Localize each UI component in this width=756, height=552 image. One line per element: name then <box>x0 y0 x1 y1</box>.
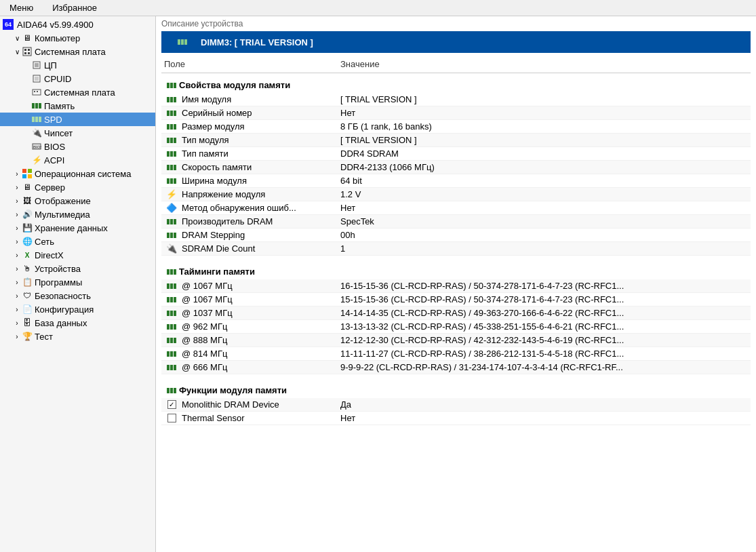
sidebar-label-spd: SPD <box>44 115 62 125</box>
server-icon: 🖥 <box>22 182 33 193</box>
chip-icon-die-count: 🔌 <box>164 243 179 254</box>
timing-row-6: @ 814 МГц 11-11-11-27 (CL-RCD-RP-RAS) / … <box>161 347 751 361</box>
timing-value-1: 16-15-15-36 (CL-RCD-RP-RAS) / 50-374-278… <box>340 281 748 291</box>
favorites-button[interactable]: Избранное <box>45 1 104 14</box>
multimedia-icon: 🔊 <box>22 209 33 220</box>
cpuid-icon <box>31 73 42 84</box>
sidebar-item-bios[interactable]: › BIOS BIOS <box>0 140 155 153</box>
sidebar-item-security[interactable]: › 🛡 Безопасность <box>0 289 155 302</box>
sidebar-item-sysboard[interactable]: › Системная плата <box>0 85 155 99</box>
sidebar-label-programs: Программы <box>35 277 82 288</box>
sidebar-label-display: Отображение <box>35 196 91 206</box>
spd-icon <box>31 114 42 125</box>
expand-arrow-motherboard: ∨ <box>12 48 22 56</box>
sidebar-item-test[interactable]: › 🏆 Тест <box>0 330 155 343</box>
sidebar-item-chipset[interactable]: › 🔌 Чипсет <box>0 126 155 140</box>
timing-field-6: @ 814 МГц <box>164 349 340 359</box>
feature-row-thermal: Thermal Sensor Нет <box>161 412 751 425</box>
timing-row-2: @ 1067 МГц 15-15-15-36 (CL-RCD-RP-RAS) /… <box>161 293 751 307</box>
expand-arrow-server: › <box>12 184 22 191</box>
prop-row-voltage: ⚡ Напряжение модуля 1.2 V <box>161 188 751 201</box>
svg-rect-17 <box>28 174 32 178</box>
sidebar-item-display[interactable]: › 🖼 Отображение <box>0 194 155 208</box>
checkbox-monolithic[interactable]: ✓ <box>167 400 176 409</box>
ram-icon-speed <box>164 165 179 170</box>
prop-row-width: Ширина модуля 64 bit <box>161 174 751 188</box>
sidebar-item-cpuid[interactable]: › CPUID <box>0 72 155 85</box>
svg-rect-2 <box>28 49 30 51</box>
storage-icon: 💾 <box>22 222 33 233</box>
svg-rect-8 <box>35 77 39 81</box>
sidebar: 64 AIDA64 v5.99.4900 ∨ 🖥 Компьютер ∨ Сис… <box>0 16 156 552</box>
feature-value-thermal: Нет <box>340 413 748 423</box>
sidebar-item-directx[interactable]: › X DirectX <box>0 248 155 262</box>
sidebar-item-config[interactable]: › 📄 Конфигурация <box>0 302 155 316</box>
device-title-icon <box>172 37 197 47</box>
timing-field-4: @ 962 МГц <box>164 321 340 332</box>
value-size: 8 ГБ (1 rank, 16 banks) <box>340 121 748 132</box>
sidebar-item-spd[interactable]: › SPD <box>0 113 155 126</box>
sidebar-item-network[interactable]: › 🌐 Сеть <box>0 235 155 248</box>
database-icon: 🗄 <box>22 317 33 328</box>
value-dram-mfr: SpecTek <box>340 216 748 226</box>
value-serial: Нет <box>340 108 748 118</box>
timing-field-3: @ 1037 МГц <box>164 308 340 318</box>
sidebar-item-multimedia[interactable]: › 🔊 Мультимедиа <box>0 208 155 221</box>
sidebar-label-cpu: ЦП <box>44 60 57 71</box>
ram-icon-width <box>164 178 179 184</box>
lightning-icon-voltage: ⚡ <box>164 189 179 199</box>
sidebar-label-sysboard: Системная плата <box>44 87 115 98</box>
section-timings-icon <box>164 269 179 275</box>
acpi-icon: ⚡ <box>31 155 42 165</box>
expand-arrow-os: › <box>12 170 22 178</box>
expand-arrow-directx: › <box>12 252 22 259</box>
menu-button[interactable]: Меню <box>3 1 40 14</box>
sidebar-label-database: База данных <box>35 318 87 328</box>
bios-icon: BIOS <box>31 141 42 152</box>
expand-arrow-devices: › <box>12 265 22 273</box>
sidebar-item-programs[interactable]: › 📋 Программы <box>0 275 155 289</box>
app-header[interactable]: 64 AIDA64 v5.99.4900 <box>0 18 155 31</box>
sidebar-label-network: Сеть <box>35 237 54 247</box>
sidebar-item-memory[interactable]: › Память <box>0 99 155 113</box>
sidebar-label-motherboard: Системная плата <box>35 47 106 57</box>
sidebar-item-cpu[interactable]: › ЦП <box>0 58 155 72</box>
sidebar-item-server[interactable]: › 🖥 Сервер <box>0 180 155 194</box>
section-features: Функции модуля памяти <box>161 381 751 398</box>
field-error: 🔷 Метод обнаружения ошиб... <box>164 203 340 213</box>
prop-row-serial: Серийный номер Нет <box>161 106 751 120</box>
timing-value-2: 15-15-15-36 (CL-RCD-RP-RAS) / 50-374-278… <box>340 294 748 304</box>
sidebar-item-acpi[interactable]: › ⚡ ACPI <box>0 153 155 167</box>
prop-row-type: Тип модуля [ TRIAL VERSION ] <box>161 134 751 147</box>
timing-row-7: @ 666 МГц 9-9-9-22 (CL-RCD-RP-RAS) / 31-… <box>161 361 751 374</box>
ram-icon-dram-mfr <box>164 219 179 224</box>
app-icon: 64 <box>3 19 14 30</box>
svg-rect-6 <box>35 63 39 67</box>
svg-rect-3 <box>24 52 26 54</box>
ram-icon-t1 <box>164 283 179 289</box>
timing-value-5: 12-12-12-30 (CL-RCD-RP-RAS) / 42-312-232… <box>340 335 748 345</box>
col-header-field: Поле <box>161 58 338 71</box>
table-header: Поле Значение <box>161 56 751 73</box>
expand-arrow-config: › <box>12 306 22 313</box>
ram-icon-t3 <box>164 311 179 316</box>
sidebar-item-computer[interactable]: ∨ 🖥 Компьютер <box>0 31 155 45</box>
ram-icon-type <box>164 138 179 143</box>
sidebar-item-database[interactable]: › 🗄 База данных <box>0 316 155 330</box>
checkbox-thermal[interactable] <box>167 414 176 422</box>
sidebar-label-multimedia: Мультимедиа <box>35 210 90 220</box>
ram-icon-size <box>164 124 179 130</box>
field-memtype: Тип памяти <box>164 149 340 159</box>
sidebar-label-cpuid: CPUID <box>44 74 71 84</box>
sidebar-item-os[interactable]: › Операционная система <box>0 167 155 180</box>
display-icon: 🖼 <box>22 195 33 206</box>
app-title: AIDA64 v5.99.4900 <box>17 20 94 30</box>
sidebar-item-motherboard-group[interactable]: ∨ Системная плата <box>0 45 155 58</box>
sidebar-label-test: Тест <box>35 332 53 342</box>
ram-icon-t4 <box>164 324 179 330</box>
sidebar-item-storage[interactable]: › 💾 Хранение данных <box>0 221 155 235</box>
field-type: Тип модуля <box>164 135 340 145</box>
timing-field-5: @ 888 МГц <box>164 335 340 345</box>
expand-arrow-display: › <box>12 197 22 205</box>
sidebar-item-devices[interactable]: › 🖱 Устройства <box>0 262 155 275</box>
